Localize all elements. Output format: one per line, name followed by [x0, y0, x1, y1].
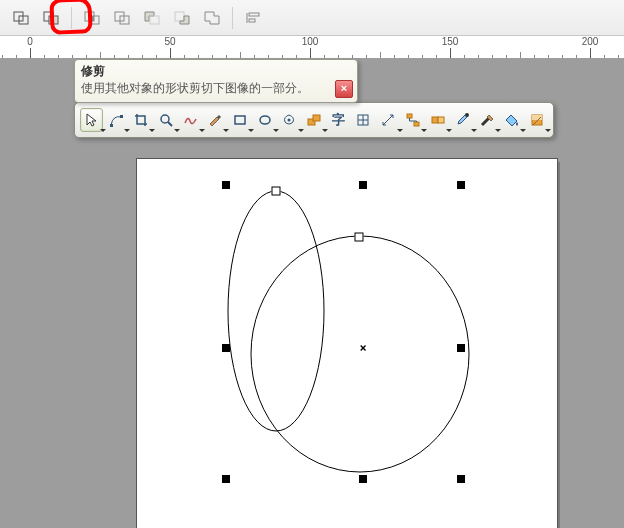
svg-point-21 [260, 116, 270, 124]
table-tool-icon [356, 113, 370, 127]
shape-tool-button[interactable] [105, 108, 128, 132]
freehand-tool-button[interactable] [179, 108, 202, 132]
polygon-tool-button[interactable] [278, 108, 301, 132]
table-tool-button[interactable] [352, 108, 375, 132]
boundary-button[interactable] [199, 5, 225, 31]
interactive-effects-icon [431, 113, 445, 127]
dimension-tool-button[interactable] [377, 108, 400, 132]
eyedropper-tool-icon [455, 113, 469, 127]
rectangle-tool-icon [233, 113, 247, 127]
ruler-tick [170, 48, 171, 58]
selection-handle[interactable] [359, 475, 367, 483]
outline-tool-icon [480, 113, 494, 127]
fill-tool-button[interactable] [500, 108, 523, 132]
svg-rect-10 [175, 12, 184, 21]
ruler-tick-label: 0 [27, 36, 33, 47]
ruler-tick-label: 200 [582, 36, 599, 47]
artistic-media-icon [208, 113, 222, 127]
toolbar-separator [232, 7, 233, 29]
interactive-effects-button[interactable] [426, 108, 449, 132]
pick-tool-icon [84, 113, 98, 127]
polygon-tool-icon [282, 113, 296, 127]
svg-point-14 [228, 191, 324, 431]
align-icon [244, 10, 262, 26]
svg-line-28 [383, 115, 393, 125]
front-minus-back-icon [143, 10, 161, 26]
svg-rect-16 [110, 124, 113, 127]
ruler-tick [590, 48, 591, 58]
intersect-button[interactable] [79, 5, 105, 31]
crop-tool-button[interactable] [129, 108, 152, 132]
svg-rect-31 [432, 117, 438, 123]
front-minus-back-button[interactable] [139, 5, 165, 31]
boundary-icon [203, 10, 221, 26]
selection-handle[interactable] [222, 181, 230, 189]
ruler-tick [450, 48, 451, 58]
shaping-toolbar [0, 0, 624, 36]
shape-tool-icon [109, 113, 123, 127]
crop-tool-icon [134, 113, 148, 127]
svg-rect-3 [49, 16, 58, 24]
svg-rect-24 [313, 115, 320, 121]
outline-tool-button[interactable] [476, 108, 499, 132]
svg-rect-30 [414, 122, 419, 126]
ruler-tick [310, 48, 311, 58]
dropdown-indicator-icon [545, 129, 551, 132]
ellipse-tool-icon [258, 113, 272, 127]
toolbar-separator [71, 7, 72, 29]
interactive-fill-button[interactable] [525, 108, 548, 132]
svg-rect-13 [249, 19, 255, 22]
object-node[interactable] [272, 187, 281, 196]
connector-tool-icon [406, 113, 420, 127]
rectangle-tool-button[interactable] [228, 108, 251, 132]
tooltip-close-button[interactable]: × [335, 80, 353, 98]
connector-tool-button[interactable] [402, 108, 425, 132]
text-tool-icon: 字 [332, 111, 345, 129]
svg-rect-17 [120, 115, 123, 118]
back-minus-front-icon [173, 10, 191, 26]
basic-shapes-button[interactable] [303, 108, 326, 132]
selection-handle[interactable] [222, 475, 230, 483]
toolbox: 字 [74, 102, 554, 138]
svg-point-33 [465, 113, 469, 117]
pick-tool-button[interactable] [80, 108, 103, 132]
weld-button[interactable] [8, 5, 34, 31]
basic-shapes-icon [307, 113, 321, 127]
eyedropper-tool-button[interactable] [451, 108, 474, 132]
selection-handle[interactable] [222, 344, 230, 352]
back-minus-front-button[interactable] [169, 5, 195, 31]
svg-line-19 [168, 122, 172, 126]
ruler-tick [30, 48, 31, 58]
ellipse-tool-button[interactable] [253, 108, 276, 132]
dimension-tool-icon [381, 113, 395, 127]
text-tool-button[interactable]: 字 [327, 108, 350, 132]
svg-rect-29 [407, 114, 412, 118]
svg-point-18 [161, 115, 169, 123]
tooltip-title: 修剪 [81, 63, 351, 80]
tooltip: 修剪 使用其他对象的形状剪切下图像的一部分。 × [74, 59, 358, 103]
simplify-icon [113, 10, 131, 26]
tooltip-description: 使用其他对象的形状剪切下图像的一部分。 [81, 80, 351, 97]
selection-handle[interactable] [359, 181, 367, 189]
selection-handle[interactable] [457, 344, 465, 352]
align-button[interactable] [240, 5, 266, 31]
object-node[interactable] [355, 233, 364, 242]
intersect-icon [83, 10, 101, 26]
trim-button[interactable] [38, 5, 64, 31]
artistic-media-button[interactable] [204, 108, 227, 132]
svg-point-22 [288, 119, 291, 122]
svg-rect-6 [90, 16, 94, 21]
weld-icon [12, 10, 30, 26]
zoom-tool-button[interactable] [154, 108, 177, 132]
svg-rect-32 [438, 117, 444, 123]
selection-handle[interactable] [457, 475, 465, 483]
ruler-tick-label: 150 [442, 36, 459, 47]
ruler-tick-label: 100 [302, 36, 319, 47]
trim-icon [42, 10, 60, 26]
simplify-button[interactable] [109, 5, 135, 31]
ruler-tick-label: 50 [164, 36, 175, 47]
freehand-tool-icon [183, 113, 197, 127]
selection-handle[interactable] [457, 181, 465, 189]
interactive-fill-icon [530, 113, 544, 127]
zoom-tool-icon [159, 113, 173, 127]
